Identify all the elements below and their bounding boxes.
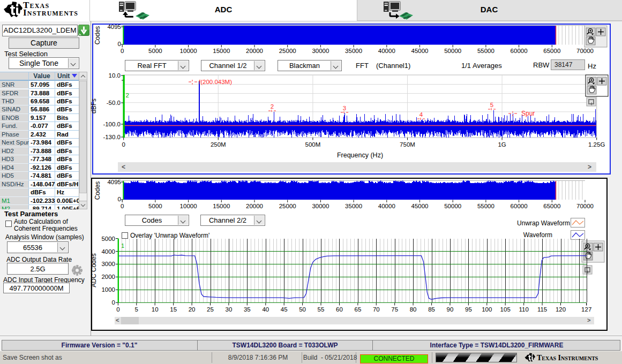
svg-text:70: 70 (373, 306, 380, 313)
svg-text:60: 60 (336, 306, 343, 313)
svg-text:55000: 55000 (477, 48, 494, 54)
svg-text:30000: 30000 (312, 48, 329, 54)
svg-text:60000: 60000 (511, 48, 528, 54)
svg-text:Codes: Codes (94, 181, 101, 200)
svg-text:Codes: Codes (94, 26, 101, 45)
svg-text:75: 75 (391, 306, 398, 313)
svg-text:20000: 20000 (246, 48, 263, 54)
svg-text:15000: 15000 (213, 203, 230, 209)
svg-text:25000: 25000 (279, 203, 296, 209)
svg-text:ADC Codes: ADC Codes (90, 253, 98, 287)
svg-text:1.25G: 1.25G (588, 141, 605, 148)
svg-text:110: 110 (519, 306, 529, 313)
svg-text:3000: 3000 (101, 261, 115, 267)
svg-text:90: 90 (447, 306, 454, 313)
svg-text:2: 2 (126, 92, 129, 98)
svg-text:15: 15 (170, 306, 177, 313)
svg-text:2: 2 (271, 103, 274, 110)
svg-text:5000: 5000 (148, 203, 162, 209)
svg-text:15000: 15000 (213, 48, 230, 54)
svg-text:45000: 45000 (411, 203, 429, 209)
svg-text:115: 115 (537, 306, 547, 313)
svg-text:500M: 500M (305, 141, 321, 148)
svg-text:4: 4 (419, 111, 423, 118)
svg-text:70000: 70000 (576, 48, 594, 54)
svg-text:4095: 4095 (107, 179, 121, 185)
svg-text:70000: 70000 (576, 203, 594, 209)
svg-text:f(200.043M): f(200.043M) (199, 79, 232, 85)
svg-text:35: 35 (244, 306, 251, 313)
svg-text:40000: 40000 (378, 48, 395, 54)
svg-text:0: 0 (122, 141, 125, 148)
svg-text:105: 105 (500, 306, 511, 313)
svg-text:10000: 10000 (180, 48, 197, 54)
svg-text:10: 10 (152, 306, 159, 313)
svg-text:45: 45 (281, 306, 288, 313)
svg-text:5000: 5000 (148, 48, 162, 54)
svg-text:Frequency (Hz): Frequency (Hz) (337, 151, 383, 159)
svg-text:0: 0 (118, 41, 121, 47)
svg-text:25: 25 (207, 306, 214, 313)
svg-text:1000: 1000 (101, 286, 115, 293)
svg-text:-130.0: -130.0 (103, 134, 121, 140)
svg-text:35000: 35000 (345, 48, 362, 54)
svg-text:750M: 750M (400, 141, 415, 148)
svg-text:40: 40 (262, 306, 269, 313)
svg-text:65: 65 (355, 306, 362, 313)
svg-text:3: 3 (343, 105, 346, 111)
svg-text:60000: 60000 (511, 203, 528, 209)
svg-text:65000: 65000 (543, 203, 560, 209)
svg-text:-50.0: -50.0 (107, 100, 121, 106)
svg-text:1G: 1G (498, 141, 506, 148)
svg-text:20000: 20000 (246, 203, 263, 209)
svg-text:5000: 5000 (101, 236, 115, 242)
svg-text:4095: 4095 (107, 24, 121, 30)
svg-text:1: 1 (121, 242, 124, 249)
svg-text:100: 100 (482, 306, 492, 313)
svg-text:0: 0 (121, 48, 124, 54)
svg-text:85: 85 (428, 306, 435, 313)
svg-text:0: 0 (121, 203, 124, 209)
svg-text:4000: 4000 (101, 248, 115, 255)
svg-text:Spur: Spur (521, 110, 535, 117)
svg-text:0: 0 (116, 306, 119, 313)
svg-text:20: 20 (189, 306, 196, 313)
svg-text:0: 0 (112, 299, 115, 306)
svg-text:50000: 50000 (444, 48, 461, 54)
svg-text:0: 0 (118, 196, 121, 202)
svg-text:40000: 40000 (378, 203, 395, 209)
svg-text:95: 95 (465, 306, 472, 313)
svg-text:127: 127 (581, 306, 591, 313)
svg-text:50: 50 (299, 306, 306, 313)
svg-text:-100.0: -100.0 (103, 121, 121, 127)
svg-text:5: 5 (135, 306, 138, 313)
svg-text:10.0: 10.0 (109, 72, 121, 79)
svg-text:30000: 30000 (312, 203, 329, 209)
svg-text:10000: 10000 (180, 203, 197, 209)
svg-text:30: 30 (226, 306, 233, 313)
svg-text:120: 120 (556, 306, 566, 313)
svg-text:5: 5 (490, 102, 493, 108)
svg-text:45000: 45000 (411, 48, 429, 54)
svg-text:dBFs: dBFs (90, 98, 98, 113)
svg-text:2000: 2000 (101, 274, 115, 280)
svg-text:50000: 50000 (444, 203, 461, 209)
svg-text:55000: 55000 (477, 203, 494, 209)
svg-text:55: 55 (318, 306, 325, 313)
svg-text:80: 80 (410, 306, 417, 313)
svg-text:250M: 250M (211, 141, 226, 148)
svg-text:35000: 35000 (345, 203, 362, 209)
svg-text:25000: 25000 (279, 48, 296, 54)
svg-text:65000: 65000 (543, 48, 560, 54)
